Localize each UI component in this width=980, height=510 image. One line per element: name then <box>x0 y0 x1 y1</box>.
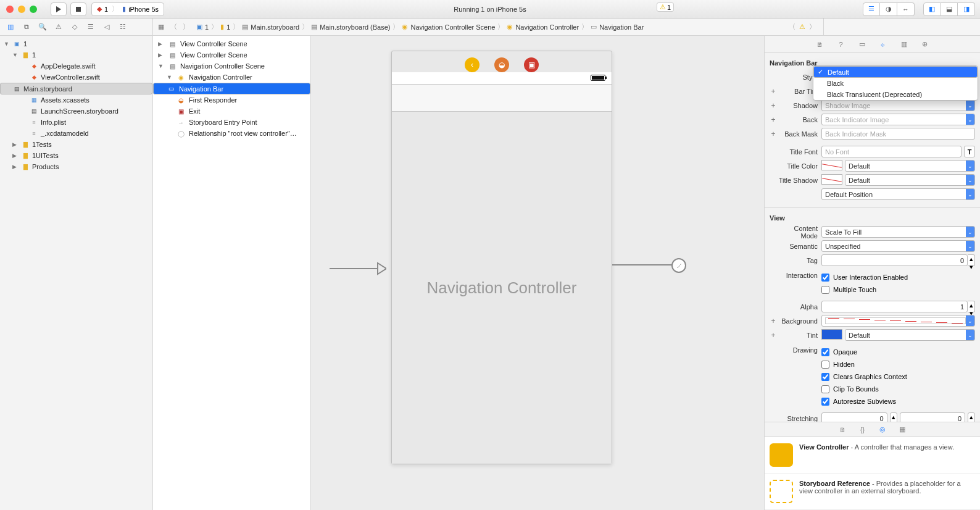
version-editor-button[interactable]: ↔ <box>897 2 915 16</box>
navigator-item[interactable]: ▤LaunchScreen.storyboard <box>0 106 152 117</box>
stretching-x-stepper[interactable]: ▴▾ <box>890 412 897 422</box>
navigator-item[interactable]: ▦Assets.xcassets <box>0 94 152 106</box>
title-shadow-swatch[interactable] <box>821 174 842 185</box>
style-option[interactable]: Default <box>813 66 978 78</box>
scene-first-responder-icon[interactable]: ◒ <box>494 57 509 72</box>
test-navigator-icon[interactable]: ◇ <box>69 22 80 33</box>
jump-seg-file[interactable]: Main.storyboard <box>251 23 299 31</box>
title-shadow-select[interactable]: Default⌄ <box>845 174 975 186</box>
scene-exit-icon[interactable]: ▣ <box>524 57 539 72</box>
drawing-checkbox[interactable]: Autoresize Subviews <box>821 396 975 407</box>
object-library-icon[interactable]: ◎ <box>878 425 887 433</box>
prev-issue-icon[interactable]: 〈 <box>789 22 795 31</box>
jump-seg-scene[interactable]: Navigation Controller Scene <box>410 23 495 31</box>
jump-seg-project[interactable]: 1 <box>205 23 209 31</box>
jump-seg-group[interactable]: 1 <box>226 23 230 31</box>
toggle-debug-button[interactable]: ⬓ <box>941 2 958 16</box>
outline-item[interactable]: ▼▤Navigation Controller Scene <box>153 61 310 72</box>
multiple-touch-checkbox[interactable]: Multiple Touch <box>821 284 975 295</box>
tint-select[interactable]: Default⌄ <box>845 329 975 341</box>
style-dropdown[interactable]: DefaultBlackBlack Translucent (Deprecate… <box>813 65 978 101</box>
navigator-item[interactable]: ▶▇Products <box>0 161 152 172</box>
outline-item[interactable]: ▶▤View Controller Scene <box>153 38 310 49</box>
back-icon[interactable]: 〈 <box>169 23 178 31</box>
debug-navigator-icon[interactable]: ☰ <box>85 22 96 33</box>
navigator-item[interactable]: ▤Main.storyboard <box>0 83 152 94</box>
title-font-picker-button[interactable]: T <box>964 146 975 157</box>
back-mask-input[interactable]: Back Indicator Mask <box>821 128 975 140</box>
navigator-item[interactable]: ◆ViewController.swift <box>0 72 152 83</box>
semantic-select[interactable]: Unspecified⌄ <box>821 240 975 252</box>
outline-item[interactable]: ◯Relationship "root view controller"… <box>153 128 310 139</box>
shadow-select[interactable]: Shadow Image⌄ <box>821 99 975 111</box>
shadow-plus-icon[interactable]: + <box>770 101 777 110</box>
title-color-select[interactable]: Default⌄ <box>845 160 975 172</box>
related-items-icon[interactable]: ▦ <box>157 23 165 31</box>
tag-input[interactable]: 0 <box>821 254 968 266</box>
forward-icon[interactable]: 〉 <box>181 23 190 31</box>
scheme-selector[interactable]: ◆ 1 〉 ▮ iPhone 5s <box>91 2 164 16</box>
navigator-item[interactable]: ≡Info.plist <box>0 117 152 128</box>
breakpoint-navigator-icon[interactable]: ◁ <box>101 22 112 33</box>
toggle-navigator-button[interactable]: ◧ <box>923 2 941 16</box>
outline-item[interactable]: ▶▤View Controller Scene <box>153 49 310 61</box>
navigator-item[interactable]: ◆AppDelegate.swift <box>0 61 152 72</box>
title-position-select[interactable]: Default Position⌄ <box>821 188 975 200</box>
outline-item[interactable]: ▭Navigation Bar <box>153 83 310 94</box>
background-select[interactable]: ⌄ <box>821 315 975 327</box>
source-control-navigator-icon[interactable]: ⧉ <box>21 22 32 33</box>
content-mode-select[interactable]: Scale To Fill⌄ <box>821 226 975 238</box>
scene-vc-icon[interactable]: ‹ <box>465 57 480 72</box>
title-font-input[interactable]: No Font <box>821 146 961 157</box>
stop-button[interactable] <box>70 2 86 16</box>
tag-stepper[interactable]: ▴▾ <box>968 254 975 266</box>
minimize-icon[interactable] <box>18 6 25 13</box>
library-item[interactable]: View Controller - A controller that mana… <box>765 437 980 474</box>
stretching-y-stepper[interactable]: ▴▾ <box>968 412 975 422</box>
assistant-editor-button[interactable]: ◑ <box>880 2 897 16</box>
tint-swatch[interactable] <box>821 329 842 340</box>
outline-item[interactable]: ▣Exit <box>153 106 310 117</box>
inspector-body[interactable]: Navigation Bar Style ⌄ DefaultBlackBlack… <box>765 53 980 422</box>
back-plus-icon[interactable]: + <box>770 115 777 124</box>
attributes-inspector-icon[interactable]: ⟐ <box>878 39 889 50</box>
scene-navigation-controller[interactable]: ‹ ◒ ▣ Navigation Controller <box>391 51 612 464</box>
bar-tint-plus-icon[interactable]: + <box>770 87 777 96</box>
style-option[interactable]: Black Translucent (Deprecated) <box>813 89 978 100</box>
media-library-icon[interactable]: ▦ <box>897 425 907 433</box>
report-navigator-icon[interactable]: ☷ <box>117 22 128 33</box>
title-color-swatch[interactable] <box>821 160 842 170</box>
document-outline[interactable]: ▶▤View Controller Scene▶▤View Controller… <box>153 36 311 510</box>
navigator-item[interactable]: ▼▇1 <box>0 49 152 61</box>
jump-bar[interactable]: ▦ 〈 〉 ▣1〉 ▮1〉 ▤Main.storyboard〉 ▤Main.st… <box>153 19 823 35</box>
close-icon[interactable] <box>6 6 14 13</box>
outline-item[interactable]: →Storyboard Entry Point <box>153 117 310 128</box>
stretching-x-input[interactable]: 0 <box>821 412 887 422</box>
toggle-utilities-button[interactable]: ◨ <box>958 2 975 16</box>
user-interaction-checkbox[interactable]: User Interaction Enabled <box>821 272 975 283</box>
segue-knob-icon[interactable]: ⟋ <box>671 258 686 273</box>
back-select[interactable]: Back Indicator Image⌄ <box>821 114 975 125</box>
navigator-item[interactable]: ▼▣1 <box>0 38 152 49</box>
jump-seg-base[interactable]: Main.storyboard (Base) <box>320 23 390 31</box>
background-plus-icon[interactable]: + <box>770 317 777 325</box>
drawing-checkbox[interactable]: Clears Graphics Context <box>821 371 975 382</box>
back-mask-plus-icon[interactable]: + <box>770 130 777 138</box>
code-snippet-library-icon[interactable]: {} <box>858 426 868 433</box>
identity-inspector-icon[interactable]: ▭ <box>857 39 868 50</box>
navigator-item[interactable]: ≡_.xcdatamodeld <box>0 128 152 139</box>
maximize-icon[interactable] <box>30 6 37 13</box>
help-inspector-icon[interactable]: ? <box>836 39 847 50</box>
project-navigator[interactable]: ▼▣1▼▇1◆AppDelegate.swift◆ViewController.… <box>0 36 153 510</box>
jump-seg-controller[interactable]: Navigation Controller <box>515 23 579 31</box>
drawing-checkbox[interactable]: Hidden <box>821 359 975 370</box>
ib-canvas[interactable]: ‹ ◒ ▣ Navigation Controller ⟋ <box>311 36 764 510</box>
run-button[interactable] <box>51 2 67 16</box>
drawing-checkbox[interactable]: Clip To Bounds <box>821 383 975 395</box>
drawing-checkbox[interactable]: Opaque <box>821 346 975 357</box>
tint-plus-icon[interactable]: + <box>770 331 777 340</box>
style-option[interactable]: Black <box>813 78 978 89</box>
outline-item[interactable]: ◒First Responder <box>153 94 310 106</box>
alpha-stepper[interactable]: ▴▾ <box>968 301 975 312</box>
object-library[interactable]: View Controller - A controller that mana… <box>765 437 980 510</box>
